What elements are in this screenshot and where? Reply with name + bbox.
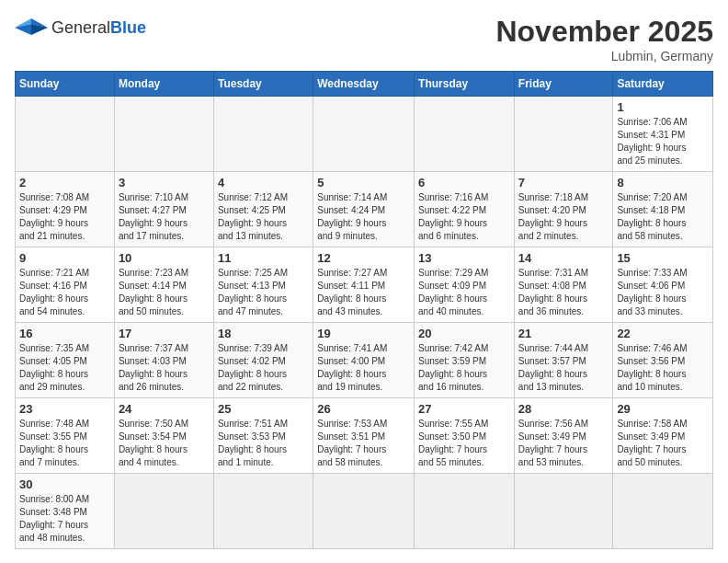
calendar-cell — [514, 97, 613, 172]
day-info: Sunrise: 7:18 AM Sunset: 4:20 PM Dayligh… — [518, 191, 609, 243]
day-info: Sunrise: 7:31 AM Sunset: 4:08 PM Dayligh… — [518, 267, 609, 318]
day-number: 23 — [19, 402, 110, 416]
weekday-wednesday: Wednesday — [313, 72, 415, 97]
logo-icon — [15, 15, 48, 40]
day-info: Sunrise: 7:41 AM Sunset: 4:00 PM Dayligh… — [317, 342, 410, 394]
day-number: 19 — [317, 327, 410, 340]
location: Lubmin, Germany — [495, 49, 713, 63]
day-info: Sunrise: 7:51 AM Sunset: 3:53 PM Dayligh… — [218, 418, 309, 469]
weekday-monday: Monday — [114, 72, 213, 97]
calendar-cell — [613, 474, 713, 549]
calendar-cell — [313, 97, 415, 172]
calendar-cell: 6Sunrise: 7:16 AM Sunset: 4:22 PM Daylig… — [415, 172, 515, 247]
calendar-cell: 26Sunrise: 7:53 AM Sunset: 3:51 PM Dayli… — [313, 398, 415, 474]
calendar-cell — [415, 97, 515, 172]
day-info: Sunrise: 7:50 AM Sunset: 3:54 PM Dayligh… — [119, 418, 210, 469]
calendar-cell: 2Sunrise: 7:08 AM Sunset: 4:29 PM Daylig… — [16, 172, 115, 247]
day-number: 4 — [218, 176, 309, 190]
day-number: 14 — [518, 251, 609, 265]
calendar-cell: 16Sunrise: 7:35 AM Sunset: 4:05 PM Dayli… — [16, 323, 115, 398]
day-number: 12 — [317, 251, 410, 265]
calendar-week-6: 30Sunrise: 8:00 AM Sunset: 3:48 PM Dayli… — [16, 474, 713, 549]
day-info: Sunrise: 7:55 AM Sunset: 3:50 PM Dayligh… — [418, 418, 510, 469]
day-info: Sunrise: 7:33 AM Sunset: 4:06 PM Dayligh… — [617, 267, 709, 318]
calendar-week-2: 2Sunrise: 7:08 AM Sunset: 4:29 PM Daylig… — [16, 172, 713, 247]
day-number: 26 — [317, 402, 410, 416]
calendar-cell — [213, 97, 313, 172]
day-info: Sunrise: 7:29 AM Sunset: 4:09 PM Dayligh… — [418, 267, 510, 318]
calendar-week-1: 1Sunrise: 7:06 AM Sunset: 4:31 PM Daylig… — [16, 97, 713, 172]
weekday-sunday: Sunday — [16, 72, 115, 97]
day-info: Sunrise: 7:44 AM Sunset: 3:57 PM Dayligh… — [518, 342, 609, 394]
calendar-cell: 27Sunrise: 7:55 AM Sunset: 3:50 PM Dayli… — [415, 398, 515, 474]
page-header: GeneralBlue November 2025 Lubmin, German… — [15, 15, 713, 63]
calendar-cell: 4Sunrise: 7:12 AM Sunset: 4:25 PM Daylig… — [213, 172, 313, 247]
calendar-cell — [313, 474, 415, 549]
day-number: 16 — [19, 327, 110, 340]
day-number: 29 — [617, 402, 709, 416]
calendar-cell: 1Sunrise: 7:06 AM Sunset: 4:31 PM Daylig… — [613, 97, 713, 172]
calendar-week-3: 9Sunrise: 7:21 AM Sunset: 4:16 PM Daylig… — [16, 247, 713, 323]
calendar-week-5: 23Sunrise: 7:48 AM Sunset: 3:55 PM Dayli… — [16, 398, 713, 474]
calendar-cell: 20Sunrise: 7:42 AM Sunset: 3:59 PM Dayli… — [415, 323, 515, 398]
month-title: November 2025 — [495, 15, 713, 49]
calendar-cell: 24Sunrise: 7:50 AM Sunset: 3:54 PM Dayli… — [114, 398, 213, 474]
calendar-cell: 19Sunrise: 7:41 AM Sunset: 4:00 PM Dayli… — [313, 323, 415, 398]
day-number: 15 — [617, 251, 709, 265]
day-number: 10 — [119, 251, 210, 265]
calendar-cell: 13Sunrise: 7:29 AM Sunset: 4:09 PM Dayli… — [415, 247, 515, 323]
day-info: Sunrise: 7:42 AM Sunset: 3:59 PM Dayligh… — [418, 342, 510, 394]
weekday-tuesday: Tuesday — [213, 72, 313, 97]
day-info: Sunrise: 7:21 AM Sunset: 4:16 PM Dayligh… — [19, 267, 110, 318]
day-info: Sunrise: 7:25 AM Sunset: 4:13 PM Dayligh… — [218, 267, 309, 318]
day-number: 17 — [119, 327, 210, 340]
day-number: 24 — [119, 402, 210, 416]
day-number: 8 — [617, 176, 709, 190]
weekday-friday: Friday — [514, 72, 613, 97]
day-number: 6 — [418, 176, 510, 190]
calendar-cell: 12Sunrise: 7:27 AM Sunset: 4:11 PM Dayli… — [313, 247, 415, 323]
day-info: Sunrise: 7:10 AM Sunset: 4:27 PM Dayligh… — [119, 191, 210, 243]
logo: GeneralBlue — [15, 15, 146, 40]
calendar-cell: 21Sunrise: 7:44 AM Sunset: 3:57 PM Dayli… — [514, 323, 613, 398]
calendar-body: 1Sunrise: 7:06 AM Sunset: 4:31 PM Daylig… — [16, 97, 713, 549]
calendar-cell: 8Sunrise: 7:20 AM Sunset: 4:18 PM Daylig… — [613, 172, 713, 247]
day-info: Sunrise: 8:00 AM Sunset: 3:48 PM Dayligh… — [19, 493, 110, 545]
day-info: Sunrise: 7:53 AM Sunset: 3:51 PM Dayligh… — [317, 418, 410, 469]
day-number: 21 — [518, 327, 609, 340]
day-number: 28 — [518, 402, 609, 416]
day-info: Sunrise: 7:39 AM Sunset: 4:02 PM Dayligh… — [218, 342, 309, 394]
calendar-cell — [415, 474, 515, 549]
weekday-thursday: Thursday — [415, 72, 515, 97]
logo-text: GeneralBlue — [51, 18, 146, 38]
day-info: Sunrise: 7:06 AM Sunset: 4:31 PM Dayligh… — [617, 116, 709, 167]
day-info: Sunrise: 7:37 AM Sunset: 4:03 PM Dayligh… — [119, 342, 210, 394]
day-number: 7 — [518, 176, 609, 190]
calendar-cell: 15Sunrise: 7:33 AM Sunset: 4:06 PM Dayli… — [613, 247, 713, 323]
day-info: Sunrise: 7:35 AM Sunset: 4:05 PM Dayligh… — [19, 342, 110, 394]
calendar-cell: 11Sunrise: 7:25 AM Sunset: 4:13 PM Dayli… — [213, 247, 313, 323]
day-info: Sunrise: 7:46 AM Sunset: 3:56 PM Dayligh… — [617, 342, 709, 394]
calendar-cell: 5Sunrise: 7:14 AM Sunset: 4:24 PM Daylig… — [313, 172, 415, 247]
day-number: 11 — [218, 251, 309, 265]
day-info: Sunrise: 7:48 AM Sunset: 3:55 PM Dayligh… — [19, 418, 110, 469]
day-info: Sunrise: 7:14 AM Sunset: 4:24 PM Dayligh… — [317, 191, 410, 243]
day-info: Sunrise: 7:23 AM Sunset: 4:14 PM Dayligh… — [119, 267, 210, 318]
calendar-cell: 7Sunrise: 7:18 AM Sunset: 4:20 PM Daylig… — [514, 172, 613, 247]
day-info: Sunrise: 7:58 AM Sunset: 3:49 PM Dayligh… — [617, 418, 709, 469]
day-number: 27 — [418, 402, 510, 416]
day-info: Sunrise: 7:27 AM Sunset: 4:11 PM Dayligh… — [317, 267, 410, 318]
title-block: November 2025 Lubmin, Germany — [495, 15, 713, 63]
calendar-cell: 10Sunrise: 7:23 AM Sunset: 4:14 PM Dayli… — [114, 247, 213, 323]
day-number: 20 — [418, 327, 510, 340]
calendar-cell: 14Sunrise: 7:31 AM Sunset: 4:08 PM Dayli… — [514, 247, 613, 323]
calendar-week-4: 16Sunrise: 7:35 AM Sunset: 4:05 PM Dayli… — [16, 323, 713, 398]
day-info: Sunrise: 7:08 AM Sunset: 4:29 PM Dayligh… — [19, 191, 110, 243]
calendar-cell: 3Sunrise: 7:10 AM Sunset: 4:27 PM Daylig… — [114, 172, 213, 247]
day-number: 9 — [19, 251, 110, 265]
calendar-cell — [114, 97, 213, 172]
calendar-cell: 22Sunrise: 7:46 AM Sunset: 3:56 PM Dayli… — [613, 323, 713, 398]
day-number: 22 — [617, 327, 709, 340]
calendar-cell — [114, 474, 213, 549]
weekday-header-row: SundayMondayTuesdayWednesdayThursdayFrid… — [16, 72, 713, 97]
